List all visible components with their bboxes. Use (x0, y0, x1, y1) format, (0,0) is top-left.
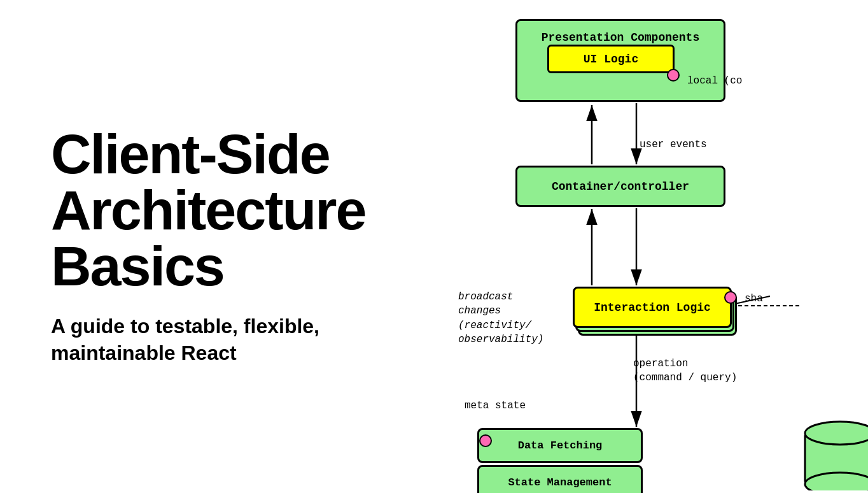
data-fetching-label: Data Fetching (518, 439, 603, 452)
sha-text: sha (745, 293, 763, 304)
container-controller-label: Container/controller (552, 180, 689, 193)
state-management-box: State Management (477, 465, 643, 493)
left-panel: Client-Side Architecture Basics A guide … (0, 0, 458, 493)
data-fetching-box: Data Fetching (477, 428, 643, 463)
svg-point-11 (805, 422, 868, 445)
subtitle: A guide to testable, flexible, maintaina… (51, 313, 420, 366)
title-line2: Architecture (51, 178, 365, 241)
meta-state-text: meta state (465, 400, 526, 411)
local-text: local (co (687, 75, 742, 87)
interaction-logic-stack: Interaction Logic (573, 287, 732, 338)
operation-text: operation(command / query) (633, 358, 737, 383)
dot-ui-logic (667, 69, 680, 82)
interaction-logic-front: Interaction Logic (573, 287, 732, 328)
label-sha: sha (745, 293, 763, 304)
diagram-area: Presentation Components UI Logic Contain… (458, 0, 868, 493)
label-broadcast: broadcastchanges(reactivity/observabilit… (458, 290, 543, 347)
interaction-logic-label: Interaction Logic (594, 301, 711, 314)
presentation-components-label: Presentation Components (542, 31, 699, 45)
title-line1: Client-Side (51, 122, 330, 185)
label-operation: operation(command / query) (633, 357, 737, 385)
main-title: Client-Side Architecture Basics (51, 126, 420, 294)
container-controller-box: Container/controller (515, 166, 725, 207)
broadcast-text: broadcastchanges(reactivity/observabilit… (458, 291, 543, 345)
svg-point-12 (805, 473, 868, 490)
label-meta-state: meta state (465, 400, 526, 411)
dot-interaction-logic (724, 291, 737, 304)
title-line3: Basics (51, 234, 224, 297)
ui-logic-box: UI Logic (547, 45, 675, 73)
state-management-label: State Management (508, 476, 612, 489)
label-user-events: user events (640, 139, 707, 150)
storage-cylinder (802, 420, 868, 490)
label-local: local (co (687, 75, 742, 87)
user-events-text: user events (640, 139, 707, 150)
ui-logic-label: UI Logic (584, 53, 638, 66)
dot-data-fetching (479, 434, 492, 447)
right-panel: Presentation Components UI Logic Contain… (458, 0, 868, 493)
